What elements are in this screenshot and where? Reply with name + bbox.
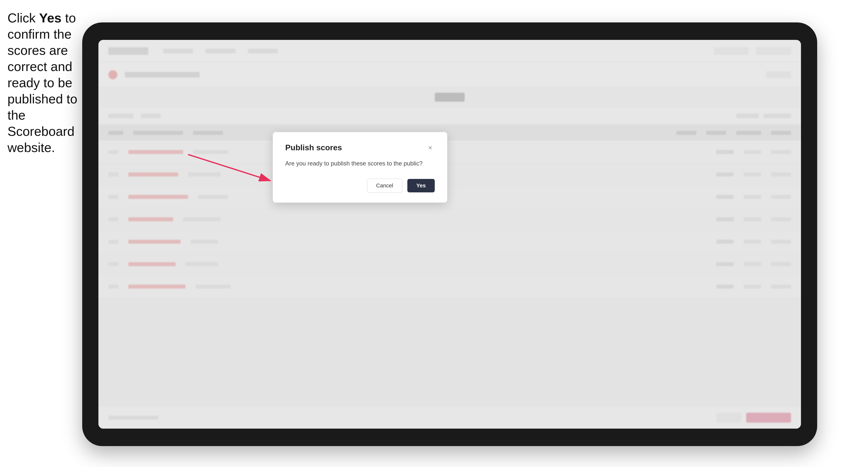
instruction-text: Click Yes to confirm the scores are corr… [7,10,80,156]
yes-button[interactable]: Yes [407,179,435,192]
modal-overlay [98,40,801,429]
close-button[interactable]: × [426,143,435,152]
dialog-footer: Cancel Yes [285,179,435,193]
tablet-device: Publish scores × Are you ready to publis… [82,23,817,446]
yes-bold-text: Yes [39,11,62,25]
dialog-body-text: Are you ready to publish these scores to… [285,159,435,168]
dialog-title: Publish scores [285,143,342,152]
publish-scores-dialog: Publish scores × Are you ready to publis… [273,132,447,203]
dialog-header: Publish scores × [285,143,435,152]
tablet-screen: Publish scores × Are you ready to publis… [98,40,801,429]
cancel-button[interactable]: Cancel [367,179,402,193]
